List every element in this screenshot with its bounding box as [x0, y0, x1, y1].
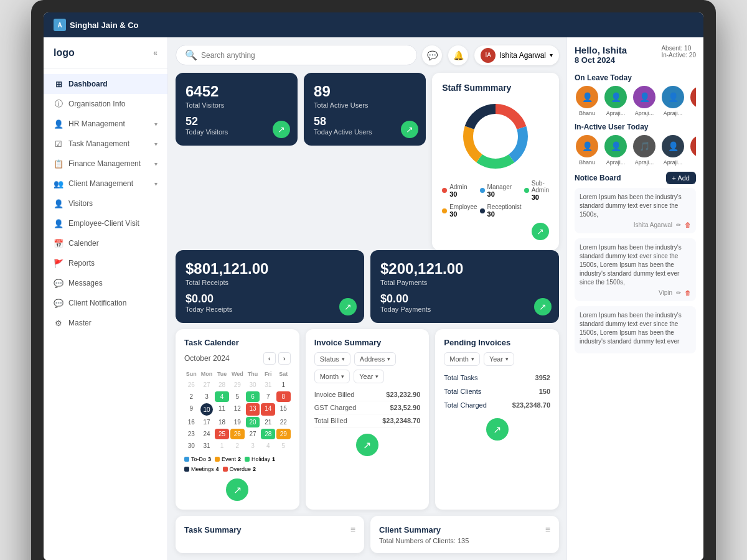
cal-day[interactable]: 3: [200, 391, 214, 402]
leave-name-4: Apraji...: [664, 110, 683, 116]
header-icons: 💬 🔔 IA Ishita Agarwal ▾: [422, 45, 559, 65]
cal-next-btn[interactable]: ›: [278, 352, 291, 365]
cal-day[interactable]: 9: [184, 403, 199, 416]
pending-arrow-btn[interactable]: ↗: [486, 418, 509, 441]
cal-day[interactable]: 25: [215, 429, 229, 439]
cal-day[interactable]: 23: [184, 429, 199, 439]
sidebar-item-org[interactable]: ⓘ Organisation Info: [44, 94, 167, 114]
receipts-arrow-btn[interactable]: ↗: [339, 298, 357, 315]
cal-day[interactable]: 26: [230, 429, 245, 439]
cal-day[interactable]: 7: [261, 391, 275, 402]
pending-month-dropdown[interactable]: Month ▾: [444, 352, 480, 366]
cal-day[interactable]: 29: [276, 429, 291, 439]
invoice-arrow-btn[interactable]: ↗: [356, 434, 378, 456]
cal-day[interactable]: 17: [200, 417, 214, 427]
cal-day[interactable]: 15: [276, 403, 291, 416]
sidebar-item-emp-client[interactable]: 👤 Employee-Client Visit: [44, 213, 167, 233]
invoice-month-dropdown[interactable]: Month ▾: [314, 370, 350, 383]
cal-day[interactable]: 13: [246, 403, 260, 416]
cal-day[interactable]: 30: [246, 380, 260, 390]
search-input[interactable]: [201, 51, 408, 60]
client-filter-icon[interactable]: ≡: [545, 525, 550, 534]
notice-delete-1[interactable]: 🗑: [685, 222, 691, 228]
cal-prev-btn[interactable]: ‹: [263, 352, 276, 365]
cal-day[interactable]: 30: [184, 441, 199, 451]
event-count: 2: [238, 456, 241, 462]
cal-day[interactable]: 3: [246, 441, 260, 451]
pending-row-charged: Total Charged $23,2348.70: [444, 398, 550, 412]
cal-day[interactable]: 2: [184, 391, 199, 402]
cal-day[interactable]: 8: [276, 391, 291, 402]
sidebar-collapse-btn[interactable]: «: [153, 49, 157, 57]
cal-day[interactable]: 1: [276, 380, 291, 390]
cal-day[interactable]: 4: [261, 441, 275, 451]
sidebar-item-client[interactable]: 👥 Client Management ▾: [44, 174, 167, 194]
invoice-year-dropdown[interactable]: Year ▾: [354, 370, 384, 383]
cal-day[interactable]: 12: [230, 403, 245, 416]
cal-day-header: Thu: [246, 370, 260, 378]
active-users-arrow-btn[interactable]: ↗: [401, 121, 418, 138]
cal-day[interactable]: 16: [184, 417, 199, 427]
calendar-arrow-btn[interactable]: ↗: [226, 478, 248, 501]
payments-arrow-btn[interactable]: ↗: [534, 298, 552, 315]
staff-arrow-btn[interactable]: ↗: [532, 223, 549, 240]
inactive-person-5: A A: [689, 135, 696, 166]
pending-clients-label: Total Clients: [444, 388, 481, 395]
sidebar-item-visitors[interactable]: 👤 Visitors: [44, 194, 167, 213]
add-notice-btn[interactable]: + Add: [666, 172, 696, 184]
cal-day[interactable]: 28: [261, 429, 275, 439]
cal-day[interactable]: 2: [230, 441, 245, 451]
cal-day[interactable]: 1: [215, 441, 229, 451]
cal-day[interactable]: 29: [230, 380, 245, 390]
chat-btn[interactable]: 💬: [422, 45, 442, 65]
cal-day[interactable]: 18: [215, 417, 229, 427]
sidebar-item-messages[interactable]: 💬 Messages: [44, 273, 167, 293]
cal-day[interactable]: 31: [261, 380, 275, 390]
cal-grid: SunMonTueWedThuFriSat2627282930311234567…: [184, 370, 291, 451]
pending-year-dropdown[interactable]: Year ▾: [484, 352, 514, 366]
cal-day[interactable]: 5: [230, 391, 245, 402]
overdue-dot: [223, 467, 228, 472]
sidebar-item-reports[interactable]: 🚩 Reports: [44, 253, 167, 273]
visitors-arrow-btn[interactable]: ↗: [273, 121, 290, 138]
cal-day[interactable]: 20: [246, 417, 260, 427]
sidebar-item-master[interactable]: ⚙ Master: [44, 313, 167, 333]
sidebar-item-hr[interactable]: 👤 HR Management ▾: [44, 114, 167, 134]
on-leave-title: On Leave Today: [575, 73, 696, 82]
calendar-title: Task Calender: [184, 338, 291, 347]
cal-day[interactable]: 4: [215, 391, 229, 402]
cal-day[interactable]: 5: [276, 441, 291, 451]
notice-edit-2[interactable]: ✏: [676, 289, 681, 296]
cal-day[interactable]: 14: [261, 403, 275, 416]
sidebar-item-dashboard[interactable]: ⊞ Dashboard: [44, 74, 167, 94]
event-label: Event: [222, 456, 236, 462]
date-text: 8 Oct 2024: [575, 55, 627, 65]
cal-day[interactable]: 31: [200, 441, 214, 451]
cal-day[interactable]: 24: [200, 429, 214, 439]
cal-day[interactable]: 28: [215, 380, 229, 390]
notice-edit-1[interactable]: ✏: [676, 222, 681, 228]
cal-day[interactable]: 26: [184, 380, 199, 390]
notification-bell-btn[interactable]: 🔔: [448, 45, 468, 65]
user-badge[interactable]: IA Ishita Agarwal ▾: [474, 45, 559, 65]
cal-day[interactable]: 19: [230, 417, 245, 427]
sidebar-item-notification[interactable]: 💬 Client Notification: [44, 293, 167, 313]
receipts-total-label: Total Receipts: [186, 279, 354, 286]
cal-day[interactable]: 27: [200, 380, 214, 390]
cal-day[interactable]: 11: [215, 403, 229, 416]
cal-day[interactable]: 6: [246, 391, 260, 402]
cal-day[interactable]: 10: [200, 403, 213, 416]
sidebar-item-task[interactable]: ☑ Task Management ▾: [44, 134, 167, 154]
cal-day[interactable]: 22: [276, 417, 291, 427]
invoice-status-dropdown[interactable]: Status ▾: [314, 352, 350, 366]
invoice-address-dropdown[interactable]: Address ▾: [354, 352, 396, 366]
search-box[interactable]: 🔍: [176, 45, 417, 65]
cal-day[interactable]: 21: [261, 417, 275, 427]
sidebar-item-finance[interactable]: 📋 Finance Management ▾: [44, 154, 167, 174]
cal-day[interactable]: 27: [246, 429, 260, 439]
leave-avatar-3: 👤: [633, 86, 655, 108]
notice-delete-2[interactable]: 🗑: [685, 289, 691, 296]
sidebar-item-calendar[interactable]: 📅 Calender: [44, 233, 167, 253]
task-filter-icon[interactable]: ≡: [350, 525, 355, 534]
leave-avatar-4: 👤: [662, 86, 684, 108]
